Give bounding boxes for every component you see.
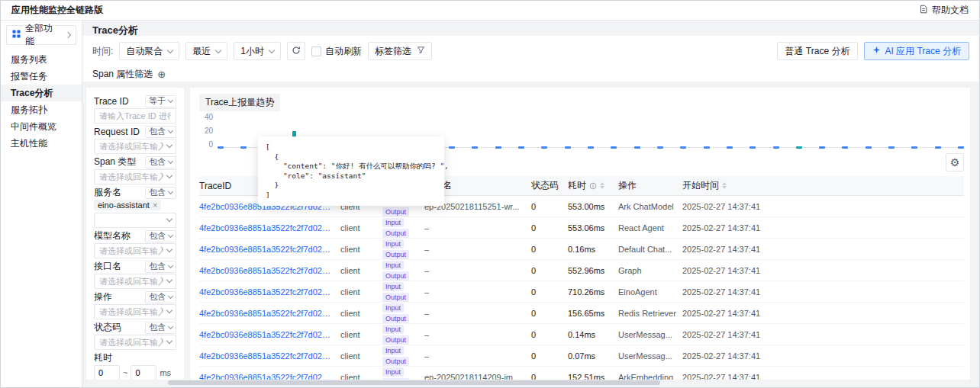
refresh-button[interactable]: [287, 42, 305, 60]
output-tag[interactable]: Output: [382, 357, 409, 366]
input-tag[interactable]: Input: [382, 261, 404, 270]
sidebar-item-alert-tasks[interactable]: 报警任务: [1, 68, 82, 85]
endpoint-cell: –: [424, 287, 531, 297]
start-time-cell: 2025-02-27 14:37:41: [682, 287, 783, 297]
trace-id-input[interactable]: [94, 108, 176, 123]
sidebar-item-service-topology[interactable]: 服务拓扑: [1, 101, 82, 118]
endpoint-cell: –: [424, 245, 531, 254]
span-type-select[interactable]: [94, 169, 176, 184]
request-id-select[interactable]: [94, 139, 176, 154]
status-code-select[interactable]: [94, 335, 176, 350]
chart-title: Trace上报量趋势: [199, 94, 280, 111]
trace-id-link[interactable]: 4fe2bc0936e8851a3522fc2f7d02c2e3: [199, 373, 334, 380]
duration-cell: 0.14ms: [568, 330, 618, 339]
output-tag[interactable]: Output: [382, 207, 409, 216]
duration-min-input[interactable]: [94, 365, 120, 380]
operator-select[interactable]: 包含: [145, 322, 176, 334]
operator-select[interactable]: 包含: [145, 261, 176, 273]
service-name-tag[interactable]: eino-assistant×: [94, 200, 161, 210]
filter-label: Trace ID: [94, 96, 129, 107]
operator-select[interactable]: 包含: [145, 291, 176, 303]
sidebar-item-host-performance[interactable]: 主机性能: [1, 135, 82, 152]
col-duration[interactable]: 耗时: [568, 179, 618, 192]
top-header: 应用性能监控全链路版 帮助文档: [1, 1, 979, 21]
horizontal-scrollbar[interactable]: [168, 380, 660, 385]
auto-refresh-toggle[interactable]: 自动刷新: [311, 45, 362, 58]
status-cell: 0: [531, 223, 568, 232]
service-name-select[interactable]: [94, 213, 176, 228]
operator-value: 包含: [149, 187, 166, 198]
input-tag[interactable]: Input: [382, 367, 404, 377]
input-tag[interactable]: Input: [382, 303, 404, 313]
endpoint-select[interactable]: [94, 274, 176, 289]
operator-select[interactable]: 包含: [145, 187, 176, 199]
operator-select[interactable]: 包含: [145, 156, 176, 168]
col-operation[interactable]: 操作: [618, 179, 682, 192]
operator-select[interactable]: 等于: [145, 95, 176, 107]
filter-label: Request ID: [94, 127, 140, 137]
filter-label: 操作: [94, 290, 112, 303]
model-name-select[interactable]: [94, 243, 176, 258]
time-range-select[interactable]: 1小时: [234, 42, 281, 60]
input-tag[interactable]: Input: [382, 346, 404, 355]
sidebar-item-service-list[interactable]: 服务列表: [1, 51, 82, 68]
circle-plus-icon[interactable]: ⊕: [157, 69, 166, 79]
sidebar-item-trace-analysis[interactable]: Trace分析: [1, 85, 82, 101]
operation-select[interactable]: [94, 304, 176, 319]
help-docs-link[interactable]: 帮助文档: [919, 4, 969, 17]
info-icon[interactable]: [589, 182, 597, 190]
normal-trace-button[interactable]: 普通 Trace 分析: [777, 42, 859, 60]
column-settings-button[interactable]: ⚙: [946, 153, 964, 172]
trace-id-link[interactable]: 4fe2bc0936e8851a3522fc2f7d02c2e3: [199, 266, 334, 275]
col-duration-label: 耗时: [568, 179, 586, 192]
input-tag[interactable]: Input: [382, 218, 404, 227]
sort-icon[interactable]: [600, 182, 604, 189]
operator-value: 包含: [149, 156, 166, 168]
output-tag[interactable]: Output: [382, 271, 409, 281]
output-tag[interactable]: Output: [382, 378, 409, 380]
output-tag[interactable]: Output: [382, 314, 409, 323]
aggregation-select[interactable]: 自动聚合: [119, 42, 179, 60]
output-tag[interactable]: Output: [382, 335, 409, 345]
trace-id-link[interactable]: 4fe2bc0936e8851a3522fc2f7d02c2e3: [199, 309, 334, 318]
input-tag[interactable]: Input: [382, 282, 404, 291]
chevron-down-icon: [168, 97, 173, 102]
sidebar: 全部功能 服务列表 报警任务 Trace分析 服务拓扑 中间件概览 主机性能: [1, 21, 82, 387]
input-tag[interactable]: Input: [382, 325, 404, 334]
all-functions-button[interactable]: 全部功能: [6, 25, 76, 45]
filter-label: Span 类型: [94, 156, 136, 168]
output-tag[interactable]: Output: [382, 250, 409, 259]
span-kind: client: [340, 287, 382, 297]
filter-label: 状态码: [94, 321, 121, 334]
col-status-code[interactable]: 状态码: [531, 179, 568, 192]
sort-icon[interactable]: [722, 182, 727, 189]
auto-refresh-checkbox[interactable]: [311, 46, 321, 56]
aggregation-select-value: 自动聚合: [126, 45, 163, 58]
trace-id-link[interactable]: 4fe2bc0936e8851a3522fc2f7d02c2e3: [199, 330, 334, 339]
y-tick: 40: [199, 114, 213, 121]
endpoint-cell: –: [424, 309, 531, 318]
close-icon[interactable]: ×: [153, 200, 157, 210]
operator-value: 包含: [149, 126, 166, 137]
status-cell: 0: [531, 309, 568, 318]
trace-id-link[interactable]: 4fe2bc0936e8851a3522fc2f7d02c2e3: [199, 245, 334, 254]
sidebar-item-middleware-overview[interactable]: 中间件概览: [1, 118, 82, 135]
ai-trace-button[interactable]: AI 应用 Trace 分析: [864, 42, 969, 60]
duration-max-input[interactable]: [131, 365, 156, 380]
status-cell: 0: [531, 330, 568, 339]
trace-id-link[interactable]: 4fe2bc0936e8851a3522fc2f7d02c2e3: [199, 287, 334, 297]
recent-select[interactable]: 最近: [185, 42, 227, 60]
trace-id-link[interactable]: 4fe2bc0936e8851a3522fc2f7d02c2e3: [199, 223, 334, 232]
col-start-time[interactable]: 开始时间: [682, 179, 783, 192]
input-tag[interactable]: Input: [382, 239, 404, 249]
trace-id-link[interactable]: 4fe2bc0936e8851a3522fc2f7d02c2e3: [199, 351, 334, 361]
operator-select[interactable]: 包含: [145, 230, 176, 242]
tag-filter-button[interactable]: 标签筛选: [368, 42, 432, 60]
output-tag[interactable]: Output: [382, 293, 409, 302]
operator-select[interactable]: 包含: [145, 126, 176, 138]
duration-cell: 152.51ms: [568, 373, 618, 380]
output-tag[interactable]: Output: [382, 229, 409, 238]
operation-cell: UserMessag...: [618, 330, 682, 339]
operator-value: 包含: [149, 261, 166, 272]
status-cell: 0: [531, 245, 568, 254]
